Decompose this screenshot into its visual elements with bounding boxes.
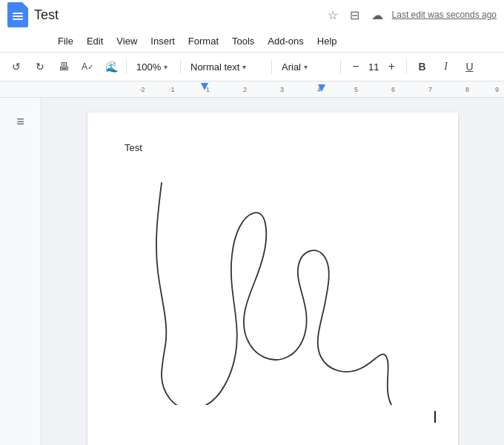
- menu-format[interactable]: Format: [182, 33, 225, 50]
- menu-file[interactable]: File: [52, 33, 79, 50]
- ruler-marks: ·2 ·1 1 2 3 4 5 6 7 8 9: [132, 81, 504, 97]
- print-button[interactable]: 🖶: [53, 56, 74, 77]
- italic-button[interactable]: I: [435, 56, 456, 77]
- menu-edit[interactable]: Edit: [81, 33, 109, 50]
- toolbar-divider-2: [180, 59, 181, 74]
- svg-text:·2: ·2: [139, 86, 145, 93]
- svg-text:·1: ·1: [169, 86, 175, 93]
- zoom-value: 100%: [136, 61, 161, 73]
- menu-insert[interactable]: Insert: [145, 33, 181, 50]
- font-chevron-icon: ▾: [304, 63, 308, 71]
- font-select[interactable]: Arial ▾: [276, 56, 336, 77]
- svg-text:5: 5: [354, 86, 358, 93]
- main-area: ≡ Test: [0, 98, 504, 445]
- ruler-inner: ·2 ·1 1 2 3 4 5 6 7 8 9: [132, 81, 504, 97]
- save-to-drive-icon[interactable]: ⊟: [346, 6, 364, 24]
- outline-icon[interactable]: ≡: [9, 110, 33, 133]
- svg-text:6: 6: [391, 86, 395, 93]
- style-chevron-icon: ▾: [242, 63, 246, 71]
- zoom-chevron-icon: ▾: [164, 63, 168, 71]
- sidebar-panel: ≡: [0, 98, 42, 445]
- title-icons: ☆ ⊟ ☁: [324, 6, 386, 24]
- svg-text:3: 3: [280, 86, 284, 93]
- toolbar-divider-1: [126, 59, 127, 74]
- svg-text:4: 4: [317, 86, 321, 93]
- toolbar-divider-4: [340, 59, 341, 74]
- spell-check-button[interactable]: A✓: [77, 56, 98, 77]
- menu-tools[interactable]: Tools: [226, 33, 260, 50]
- document-title[interactable]: Test: [34, 7, 318, 23]
- redo-button[interactable]: ↻: [30, 56, 50, 77]
- menu-add-ons[interactable]: Add-ons: [262, 33, 309, 50]
- svg-text:2: 2: [243, 86, 247, 93]
- doc-drawing: [117, 153, 428, 405]
- menu-help[interactable]: Help: [311, 33, 343, 50]
- doc-content-title: Test: [125, 142, 421, 153]
- font-size-increase-button[interactable]: +: [382, 56, 401, 77]
- doc-area[interactable]: Test: [42, 98, 504, 445]
- cloud-icon[interactable]: ☁: [368, 6, 386, 24]
- text-cursor: [434, 411, 436, 423]
- svg-text:1: 1: [206, 86, 210, 93]
- ruler: ·2 ·1 1 2 3 4 5 6 7 8 9: [0, 81, 504, 98]
- paint-format-button[interactable]: 🌊: [101, 56, 122, 77]
- font-size-decrease-button[interactable]: −: [346, 56, 365, 77]
- last-edit-status[interactable]: Last edit was seconds ago: [392, 10, 497, 20]
- font-size-value: 11: [365, 61, 382, 73]
- underline-button[interactable]: U: [459, 56, 480, 77]
- style-select[interactable]: Normal text ▾: [185, 56, 267, 77]
- style-value: Normal text: [190, 61, 239, 73]
- font-size-control: − 11 +: [345, 56, 402, 77]
- svg-text:9: 9: [495, 86, 499, 93]
- font-value: Arial: [282, 61, 301, 73]
- bold-button[interactable]: B: [411, 56, 432, 77]
- doc-page: Test: [87, 113, 458, 445]
- svg-text:7: 7: [428, 86, 432, 93]
- toolbar: ↺ ↻ 🖶 A✓ 🌊 100% ▾ Normal text ▾ Arial ▾ …: [0, 52, 504, 81]
- title-bar: Test ☆ ⊟ ☁ Last edit was seconds ago: [0, 0, 504, 30]
- toolbar-divider-3: [271, 59, 272, 74]
- svg-text:8: 8: [465, 86, 469, 93]
- toolbar-divider-5: [406, 59, 407, 74]
- undo-button[interactable]: ↺: [6, 56, 27, 77]
- menu-view[interactable]: View: [110, 33, 143, 50]
- doc-app-icon[interactable]: [7, 2, 28, 27]
- ruler-svg: ·2 ·1 1 2 3 4 5 6 7 8 9: [132, 81, 504, 98]
- outline-icon-glyph: ≡: [16, 114, 24, 130]
- menu-bar: File Edit View Insert Format Tools Add-o…: [0, 30, 504, 52]
- star-icon[interactable]: ☆: [324, 6, 342, 24]
- zoom-select[interactable]: 100% ▾: [131, 56, 176, 77]
